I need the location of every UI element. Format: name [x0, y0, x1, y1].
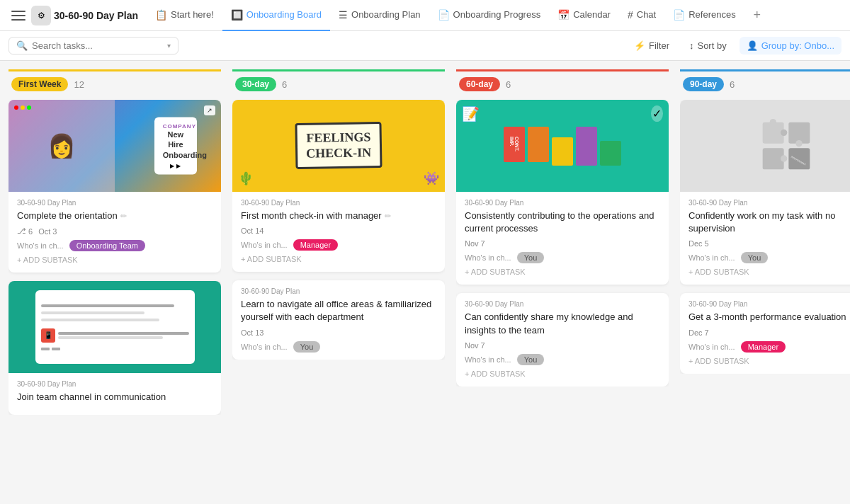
assignee-badge-navigate: You — [293, 341, 321, 353]
card-title-comm: Join team channel in communication — [17, 391, 166, 403]
group-by-button[interactable]: 👤 Group by: Onbo... — [740, 37, 842, 55]
top-nav: ⚙ 30-60-90 Day Plan 📋 Start here! 🔲 Onbo… — [0, 0, 850, 31]
card-assignee-row-contributing: Who's in ch... You — [465, 252, 660, 263]
column-header-day30: 30-day 6 — [232, 69, 445, 100]
card-date-supervision: Dec 5 — [688, 239, 709, 248]
add-subtask-orientation[interactable]: + ADD SUBTASK — [17, 251, 212, 265]
who-label-orientation: Who's in ch... — [17, 241, 64, 250]
assignee-badge-checkin: Manager — [293, 239, 338, 251]
card-source-checkin: 30-60-90 Day Plan — [241, 199, 436, 207]
add-subtask-contributing[interactable]: + ADD SUBTASK — [465, 263, 660, 277]
edit-icon-orientation[interactable]: ✏ — [120, 212, 127, 221]
filter-icon: ⚡ — [634, 40, 645, 51]
card-meta-checkin: Oct 14 — [241, 227, 436, 235]
board: First Week 12 👩 COMPANY New HireOnboardi… — [0, 61, 850, 504]
card-date-contributing: Nov 7 — [465, 239, 485, 248]
card-image-comm: 📱 — [8, 281, 221, 373]
card-source-contributing: 30-60-90 Day Plan — [465, 199, 660, 207]
column-day60: 60-day 6 CONT.IMP. 📝 ✓ 30- — [456, 69, 669, 496]
assignee-badge-orientation: Onboarding Team — [69, 240, 145, 251]
card-supervision[interactable]: INDEPENDENT 30-60-90 Day Plan Confidentl… — [680, 100, 850, 285]
card-meta-supervision: Dec 5 — [688, 239, 850, 248]
column-badge-day30: 30-day — [235, 77, 276, 91]
search-input[interactable] — [32, 40, 163, 51]
card-body-contributing: 30-60-90 Day Plan Consistently contribut… — [456, 192, 669, 285]
tab-progress[interactable]: 📄 Onboarding Progress — [429, 0, 550, 31]
feelings-text: FEELINGSCHECK-IN — [295, 122, 382, 169]
card-source-comm: 30-60-90 Day Plan — [17, 380, 212, 388]
card-title-contributing: Consistently contributing to the operati… — [465, 210, 660, 235]
column-day90: 90-day 6 — [680, 69, 850, 496]
card-source-evaluation: 30-60-90 Day Plan — [688, 300, 850, 308]
calendar-icon: 📅 — [557, 9, 570, 21]
column-badge-first-week: First Week — [11, 77, 68, 91]
add-subtask-knowledge[interactable]: + ADD SUBTASK — [465, 365, 660, 379]
card-evaluation[interactable]: 30-60-90 Day Plan Get a 3-month performa… — [680, 293, 850, 373]
card-assignee-row-orientation: Who's in ch... Onboarding Team — [17, 240, 212, 251]
sort-button[interactable]: ↕ Sort by — [682, 37, 734, 55]
card-title-supervision: Confidently work on my task with no supe… — [688, 210, 850, 235]
toolbar: 🔍 ▾ ⚡ Filter ↕ Sort by 👤 Group by: Onbo.… — [0, 31, 850, 61]
filter-button[interactable]: ⚡ Filter — [627, 37, 676, 55]
app-icon: ⚙ — [31, 6, 51, 25]
cards-list-day90: INDEPENDENT 30-60-90 Day Plan Confidentl… — [680, 100, 850, 374]
svg-rect-7 — [788, 148, 810, 169]
tab-board[interactable]: 🔲 Onboarding Board — [222, 0, 330, 31]
who-label-checkin: Who's in ch... — [241, 241, 288, 249]
card-body-navigate: 30-60-90 Day Plan Learn to navigate all … — [232, 280, 445, 359]
card-source-orientation: 30-60-90 Day Plan — [17, 199, 212, 207]
card-image-feelings: FEELINGSCHECK-IN 🌵 👾 — [232, 100, 445, 192]
card-assignee-row-knowledge: Who's in ch... You — [465, 354, 660, 365]
card-date-checkin: Oct 14 — [241, 227, 264, 235]
cards-list-first-week: 👩 COMPANY New HireOnboarding ▶▶ ↗ — [8, 100, 221, 415]
tab-references[interactable]: 📄 References — [664, 0, 744, 31]
column-count-day60: 6 — [506, 79, 511, 90]
svg-point-1 — [770, 119, 776, 125]
card-body-comm: 30-60-90 Day Plan Join team channel in c… — [8, 373, 221, 415]
edit-icon-checkin[interactable]: ✏ — [385, 212, 391, 221]
column-badge-day60: 60-day — [459, 77, 500, 91]
progress-icon: 📄 — [438, 9, 450, 21]
tab-chat[interactable]: # Chat — [619, 0, 664, 31]
app-title: 30-60-90 Day Plan — [54, 10, 138, 21]
add-tab-button[interactable]: + — [747, 6, 767, 25]
subtask-count-orientation: ⎇ 6 — [17, 227, 33, 236]
tab-calendar[interactable]: 📅 Calendar — [549, 0, 619, 31]
card-navigate[interactable]: 30-60-90 Day Plan Learn to navigate all … — [232, 280, 445, 359]
who-label-contributing: Who's in ch... — [465, 253, 511, 262]
search-icon: 🔍 — [16, 40, 28, 51]
add-subtask-supervision[interactable]: + ADD SUBTASK — [688, 263, 850, 277]
card-title-knowledge: Can confidently share my knowledge and i… — [465, 311, 660, 336]
add-subtask-checkin[interactable]: + ADD SUBTASK — [241, 251, 436, 265]
card-date-orientation: Oct 3 — [38, 227, 57, 236]
puzzle-graphic: INDEPENDENT — [758, 118, 815, 174]
card-image-continuous: CONT.IMP. 📝 ✓ — [456, 100, 669, 192]
card-checkin[interactable]: FEELINGSCHECK-IN 🌵 👾 30-60-90 Day Plan F… — [232, 100, 445, 272]
tab-plan[interactable]: ☰ Onboarding Plan — [330, 0, 429, 31]
search-box[interactable]: 🔍 ▾ — [8, 37, 178, 55]
references-icon: 📄 — [673, 9, 685, 21]
column-header-day60: 60-day 6 — [456, 69, 669, 100]
card-orientation[interactable]: 👩 COMPANY New HireOnboarding ▶▶ ↗ — [8, 100, 221, 273]
card-contributing[interactable]: CONT.IMP. 📝 ✓ 30-60-90 Day Plan Consiste… — [456, 100, 669, 285]
search-chevron-icon: ▾ — [167, 42, 171, 50]
card-comm[interactable]: 📱 30-60-90 D — [8, 281, 221, 415]
tab-start[interactable]: 📋 Start here! — [147, 0, 222, 31]
who-label-navigate: Who's in ch... — [241, 343, 288, 351]
books-graphic: CONT.IMP. — [504, 127, 621, 166]
card-title-checkin: First month check-in with manager — [241, 210, 382, 222]
board-icon: 🔲 — [231, 9, 243, 21]
column-count-first-week: 12 — [74, 79, 84, 90]
column-count-day90: 6 — [730, 79, 735, 90]
card-body-evaluation: 30-60-90 Day Plan Get a 3-month performa… — [680, 293, 850, 373]
card-date-navigate: Oct 13 — [241, 328, 264, 337]
card-image-puzzle: INDEPENDENT — [680, 100, 850, 192]
card-assignee-row-evaluation: Who's in ch... Manager — [688, 341, 850, 353]
add-subtask-evaluation[interactable]: + ADD SUBTASK — [688, 353, 850, 367]
card-knowledge[interactable]: 30-60-90 Day Plan Can confidently share … — [456, 293, 669, 386]
card-image-orientation: 👩 COMPANY New HireOnboarding ▶▶ ↗ — [8, 100, 221, 192]
cards-list-day30: FEELINGSCHECK-IN 🌵 👾 30-60-90 Day Plan F… — [232, 100, 445, 360]
svg-point-2 — [781, 130, 787, 136]
column-day30: 30-day 6 FEELINGSCHECK-IN 🌵 👾 30-60-90 D… — [232, 69, 445, 496]
hamburger-menu[interactable] — [8, 6, 28, 25]
